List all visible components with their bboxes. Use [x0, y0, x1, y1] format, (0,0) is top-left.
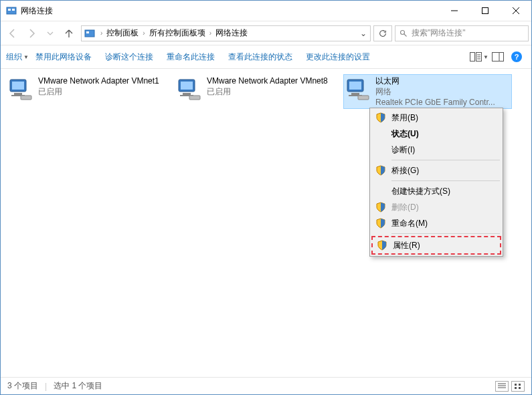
- svg-rect-30: [351, 93, 359, 95]
- svg-rect-39: [519, 387, 521, 389]
- menu-status[interactable]: 状态(U): [371, 126, 501, 142]
- shield-icon: [375, 112, 386, 123]
- up-button[interactable]: [60, 24, 78, 43]
- breadcrumb-part[interactable]: 控制面板: [105, 27, 140, 39]
- adapter-name: VMware Network Adapter VMnet8: [207, 76, 328, 86]
- menu-separator: [391, 233, 500, 234]
- chevron-right-icon: ›: [143, 29, 145, 37]
- svg-rect-2: [12, 9, 15, 11]
- view-icons-button[interactable]: [511, 381, 525, 392]
- window-icon: [6, 5, 17, 16]
- minimize-button[interactable]: [439, 1, 470, 21]
- menu-bridge[interactable]: 桥接(G): [371, 162, 501, 178]
- svg-rect-38: [515, 387, 517, 389]
- help-icon: ?: [511, 51, 522, 62]
- refresh-button[interactable]: [373, 25, 392, 41]
- toolbar-rename[interactable]: 重命名此连接: [160, 45, 221, 68]
- breadcrumb-icon: [84, 28, 95, 39]
- svg-rect-20: [14, 93, 22, 95]
- shield-icon: [377, 240, 387, 251]
- search-input[interactable]: 搜索"网络连接": [395, 25, 529, 41]
- toolbar-diagnose[interactable]: 诊断这个连接: [98, 45, 160, 68]
- adapter-item-selected[interactable]: 以太网 网络 Realtek PCIe GbE Family Contr...: [343, 74, 512, 109]
- svg-rect-27: [189, 96, 200, 100]
- menu-disable[interactable]: 禁用(B): [371, 110, 501, 126]
- svg-rect-19: [12, 82, 24, 90]
- svg-rect-22: [21, 96, 31, 100]
- svg-line-10: [404, 33, 407, 36]
- chevron-right-icon: ›: [100, 29, 102, 37]
- breadcrumb[interactable]: › 控制面板 › 所有控制面板项 › 网络连接 ⌄: [81, 25, 371, 41]
- adapter-desc: Realtek PCIe GbE Family Contr...: [375, 97, 495, 108]
- selected-count: 选中 1 个项目: [54, 380, 102, 392]
- search-placeholder: 搜索"网络连接": [412, 27, 466, 39]
- view-details-button[interactable]: [495, 381, 509, 392]
- breadcrumb-part[interactable]: 所有控制面板项: [148, 27, 207, 39]
- forward-button[interactable]: [22, 24, 41, 43]
- svg-rect-4: [482, 8, 489, 14]
- preview-pane-button[interactable]: [489, 47, 507, 66]
- adapter-status: 已启用: [207, 86, 328, 97]
- content-area[interactable]: VMware Network Adapter VMnet1 已启用 VMware…: [1, 69, 531, 373]
- window-title: 网络连接: [21, 5, 439, 17]
- svg-rect-36: [515, 384, 517, 386]
- network-adapter-icon: [176, 76, 203, 102]
- statusbar: 3 个项目 | 选中 1 个项目: [1, 377, 531, 394]
- menu-rename[interactable]: 重命名(M): [371, 215, 501, 231]
- menu-separator: [391, 180, 500, 181]
- breadcrumb-part[interactable]: 网络连接: [214, 27, 249, 39]
- shield-icon: [375, 165, 386, 176]
- recent-dropdown[interactable]: [41, 24, 60, 43]
- view-layout-button[interactable]: ▼: [470, 47, 489, 66]
- svg-point-9: [401, 30, 405, 34]
- svg-rect-1: [8, 9, 11, 11]
- navbar: › 控制面板 › 所有控制面板项 › 网络连接 ⌄ 搜索"网络连接": [1, 21, 531, 45]
- search-icon: [400, 29, 408, 37]
- context-menu: 禁用(B) 状态(U) 诊断(I) 桥接(G) 创建快捷方式(S) 删除(D) …: [369, 108, 503, 257]
- adapter-status: 网络: [375, 86, 495, 97]
- organize-menu[interactable]: 组织▼: [6, 51, 29, 63]
- maximize-button[interactable]: [470, 1, 501, 21]
- svg-rect-24: [181, 82, 193, 90]
- svg-rect-32: [358, 96, 369, 100]
- close-button[interactable]: [501, 1, 531, 21]
- svg-rect-25: [183, 93, 191, 95]
- shield-icon: [375, 202, 386, 213]
- network-adapter-icon: [345, 76, 371, 102]
- svg-rect-16: [493, 53, 504, 61]
- menu-properties[interactable]: 属性(R): [371, 236, 501, 255]
- adapter-item[interactable]: VMware Network Adapter VMnet8 已启用: [175, 74, 343, 104]
- toolbar-settings[interactable]: 更改此连接的设置: [299, 45, 377, 68]
- svg-rect-8: [86, 31, 89, 33]
- toolbar-status[interactable]: 查看此连接的状态: [221, 45, 299, 68]
- menu-shortcut[interactable]: 创建快捷方式(S): [371, 183, 501, 199]
- adapter-name: 以太网: [375, 76, 495, 86]
- svg-rect-29: [349, 82, 361, 90]
- titlebar: 网络连接: [1, 1, 531, 21]
- chevron-right-icon: ›: [209, 29, 211, 37]
- svg-rect-11: [470, 53, 475, 61]
- back-button[interactable]: [3, 24, 22, 43]
- menu-separator: [391, 160, 500, 160]
- menu-delete: 删除(D): [371, 199, 501, 215]
- adapter-name: VMware Network Adapter VMnet1: [38, 76, 159, 86]
- adapter-item[interactable]: VMware Network Adapter VMnet1 已启用: [6, 74, 175, 104]
- adapter-status: 已启用: [38, 86, 159, 97]
- shield-icon: [375, 218, 386, 229]
- toolbar: 组织▼ 禁用此网络设备 诊断这个连接 重命名此连接 查看此连接的状态 更改此连接…: [1, 45, 531, 69]
- breadcrumb-dropdown[interactable]: ⌄: [357, 29, 370, 38]
- menu-diagnose[interactable]: 诊断(I): [371, 142, 501, 158]
- svg-rect-37: [519, 384, 521, 386]
- toolbar-disable[interactable]: 禁用此网络设备: [29, 45, 98, 68]
- network-adapter-icon: [7, 76, 34, 102]
- item-count: 3 个项目: [7, 380, 38, 392]
- help-button[interactable]: ?: [507, 47, 526, 66]
